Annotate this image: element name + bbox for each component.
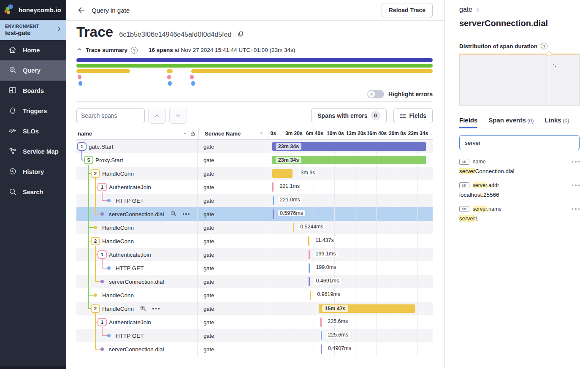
sidebar-item-home[interactable]: Home bbox=[0, 40, 66, 60]
copy-icon[interactable] bbox=[237, 31, 244, 39]
search-spans-input[interactable] bbox=[76, 108, 145, 123]
span-table: name Service Name 0s3m 20s6m 40s10m 0s13… bbox=[76, 128, 433, 356]
environment-switcher[interactable]: ENVIRONMENT test-gate bbox=[0, 20, 66, 40]
tab-links[interactable]: Links (0) bbox=[545, 117, 569, 128]
field-search-input[interactable] bbox=[459, 135, 580, 150]
boards-icon bbox=[8, 86, 17, 96]
table-row[interactable]: 2HandleConngate3m 9s bbox=[76, 167, 433, 180]
field-menu-icon[interactable] bbox=[572, 159, 580, 164]
span-duration-tick[interactable] bbox=[309, 277, 310, 286]
axis-tick-label: 13m 20s bbox=[346, 130, 366, 136]
span-dot-marker bbox=[94, 293, 97, 297]
field-value: localhost:25566 bbox=[459, 192, 580, 198]
help-icon[interactable]: ? bbox=[541, 43, 547, 49]
table-row[interactable]: serverConnection.dialgate0.5976ms bbox=[76, 207, 433, 221]
sidebar-item-label: SLOs bbox=[23, 128, 39, 135]
sidebar-item-boards[interactable]: Boards bbox=[0, 81, 66, 101]
service-name-cell: gate bbox=[197, 140, 267, 153]
table-row[interactable]: serverConnection.dialgate0.4691ms bbox=[76, 275, 433, 288]
sidebar-item-slos[interactable]: SLOs bbox=[0, 121, 66, 141]
breadcrumb-service[interactable]: gate bbox=[459, 6, 472, 14]
table-row[interactable]: HTTP GETgate199.0ms bbox=[76, 261, 433, 275]
span-duration-tick[interactable] bbox=[310, 290, 311, 300]
sidebar-item-triggers[interactable]: Triggers bbox=[0, 101, 66, 121]
detail-tabs: FieldsSpan events (0)Links (0) bbox=[459, 117, 580, 128]
span-duration-label: 3m 9s bbox=[298, 170, 317, 176]
service-name-cell: gate bbox=[197, 248, 267, 261]
span-count-badge[interactable]: 1 bbox=[98, 318, 107, 326]
span-count-badge[interactable]: 1 bbox=[77, 142, 87, 151]
highlight-errors-toggle[interactable]: ✕ bbox=[367, 90, 384, 98]
table-row[interactable]: 5Proxy.Startgate23m 34s bbox=[76, 153, 433, 167]
chevron-up-icon[interactable] bbox=[76, 46, 82, 54]
spans-with-errors-button[interactable]: Spans with errors 0 bbox=[311, 108, 386, 123]
span-duration-bar[interactable]: 15m 47s bbox=[319, 304, 415, 313]
sidebar-item-search[interactable]: Search bbox=[0, 182, 66, 202]
column-header-name[interactable]: name bbox=[76, 130, 198, 137]
timeline-cell: 225.6ms bbox=[267, 329, 433, 342]
table-row[interactable]: 1AuthenticateJoingate221.1ms bbox=[76, 180, 433, 194]
honeycomb-logo[interactable]: honeycomb.io bbox=[0, 0, 66, 20]
table-row[interactable]: HandleConngate0.5244ms bbox=[76, 221, 433, 234]
zoom-to-span-icon[interactable] bbox=[140, 305, 146, 313]
more-options-icon[interactable] bbox=[152, 308, 160, 309]
distribution-chart[interactable] bbox=[459, 54, 580, 106]
table-row[interactable]: serverConnection.dialgate0.4907ms bbox=[76, 342, 433, 356]
table-row[interactable]: 1gate.Startgate23m 34s bbox=[76, 140, 433, 153]
honeycomb-logo-icon bbox=[4, 3, 17, 17]
more-options-icon[interactable] bbox=[183, 213, 190, 215]
span-duration-tick[interactable] bbox=[273, 209, 274, 219]
span-count-badge[interactable]: 1 bbox=[98, 183, 107, 191]
trace-summary-label[interactable]: Trace summary bbox=[86, 47, 127, 53]
controls-right: Spans with errors 0 Fields bbox=[311, 108, 433, 123]
span-count-badge[interactable]: 2 bbox=[91, 169, 100, 178]
span-duration-bar[interactable]: 23m 34s bbox=[272, 156, 426, 164]
table-row[interactable]: HTTP GETgate225.6ms bbox=[76, 329, 433, 342]
sidebar-item-service-map[interactable]: Service Map bbox=[0, 141, 66, 162]
table-row[interactable]: 1AuthenticateJoingate199.1ms bbox=[76, 248, 433, 261]
timeline-cell: 0.4691ms bbox=[267, 275, 433, 288]
help-icon[interactable]: ? bbox=[131, 47, 138, 54]
tab-span-events[interactable]: Span events (0) bbox=[488, 117, 534, 128]
span-name: serverConnection.dial bbox=[109, 346, 164, 353]
trace-title: Trace bbox=[76, 24, 113, 40]
span-count-badge[interactable]: 1 bbox=[98, 250, 107, 259]
reload-trace-button[interactable]: Reload Trace bbox=[382, 3, 433, 17]
zoom-to-span-icon[interactable] bbox=[170, 210, 177, 218]
column-header-service[interactable]: Service Name bbox=[198, 128, 268, 139]
sidebar-item-query[interactable]: Query bbox=[0, 60, 66, 81]
table-row[interactable]: 2HandleConngate15m 47s bbox=[76, 302, 433, 315]
span-duration-tick[interactable] bbox=[309, 263, 310, 273]
next-match-button[interactable] bbox=[169, 108, 187, 124]
span-duration-tick[interactable] bbox=[320, 317, 322, 327]
span-duration-tick[interactable] bbox=[321, 331, 322, 340]
trace-minimap[interactable] bbox=[76, 58, 433, 87]
span-duration-tick[interactable] bbox=[321, 345, 322, 354]
prev-match-button[interactable] bbox=[148, 108, 166, 124]
table-row[interactable]: 1AuthenticateJoingate225.6ms bbox=[76, 315, 433, 329]
span-duration-tick[interactable] bbox=[308, 236, 309, 246]
sidebar-item-label: Service Map bbox=[23, 148, 59, 155]
tab-fields[interactable]: Fields bbox=[459, 117, 477, 128]
span-name-cell: serverConnection.dial bbox=[76, 207, 197, 221]
fields-button[interactable]: Fields bbox=[393, 108, 433, 123]
table-row[interactable]: 2HandleConngate11.437s bbox=[76, 234, 433, 248]
field-menu-icon[interactable] bbox=[572, 183, 580, 188]
span-duration-bar[interactable]: 23m 34s bbox=[272, 142, 426, 151]
span-duration-label: 221.1ms bbox=[277, 183, 302, 189]
span-duration-tick[interactable] bbox=[272, 182, 274, 192]
back-button[interactable] bbox=[77, 6, 86, 14]
span-duration-tick[interactable] bbox=[273, 196, 274, 205]
field-key-row: strname bbox=[459, 159, 580, 165]
service-name-cell: gate bbox=[197, 275, 267, 288]
span-duration-tick[interactable] bbox=[293, 223, 294, 232]
span-duration-bar[interactable] bbox=[272, 169, 293, 178]
span-duration-tick[interactable] bbox=[309, 250, 310, 259]
sidebar-item-history[interactable]: History bbox=[0, 162, 66, 182]
table-row[interactable]: HTTP GETgate221.0ms bbox=[76, 194, 433, 207]
span-count-badge[interactable]: 2 bbox=[91, 237, 100, 245]
field-menu-icon[interactable] bbox=[572, 206, 580, 212]
span-count-badge[interactable]: 2 bbox=[91, 304, 100, 313]
table-row[interactable]: HandleConngate0.9619ms bbox=[76, 288, 433, 302]
span-count-badge[interactable]: 5 bbox=[84, 156, 93, 164]
